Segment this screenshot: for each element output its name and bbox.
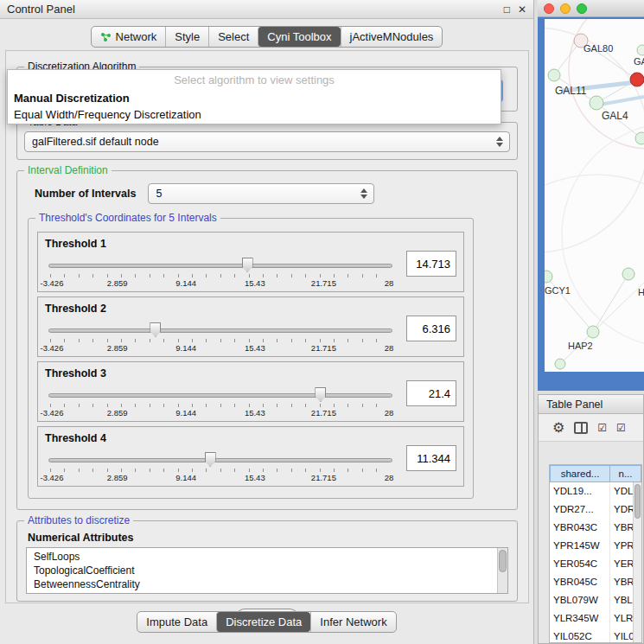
- table-scrollbar[interactable]: [633, 482, 641, 642]
- tab-cyni-toolbox[interactable]: Cyni Toolbox: [258, 27, 340, 47]
- slider-track[interactable]: [48, 458, 392, 462]
- tab-jactivemodules[interactable]: jActiveMNodules: [341, 27, 443, 47]
- table-row[interactable]: YDL19...YDL1...: [550, 482, 641, 501]
- column-header-shared-name[interactable]: shared...: [550, 465, 610, 482]
- threshold-value-field[interactable]: 6.316: [406, 316, 456, 341]
- tab-infer-network[interactable]: Infer Network: [310, 612, 395, 632]
- threshold-value-field[interactable]: 14.713: [406, 251, 456, 277]
- tab-discretize-data[interactable]: Discretize Data: [216, 612, 310, 632]
- cell-shared-name[interactable]: YPR145W: [550, 537, 610, 555]
- table-row[interactable]: YDR27...YDR2...: [550, 501, 641, 519]
- attributes-group: Attributes to discretize Numerical Attri…: [16, 520, 518, 602]
- slider-track[interactable]: [48, 393, 392, 398]
- mac-zoom-button[interactable]: [577, 3, 587, 14]
- node-gal11[interactable]: [548, 69, 560, 81]
- table-row[interactable]: YBR043CYBR0...: [550, 519, 641, 537]
- tab-select[interactable]: Select: [208, 27, 258, 47]
- cell-shared-name[interactable]: YDR27...: [550, 501, 610, 519]
- node-hap2[interactable]: [587, 326, 599, 338]
- table-data-select[interactable]: galFiltered.sif default node: [24, 131, 510, 152]
- slider-thumb[interactable]: [315, 387, 326, 402]
- table-row[interactable]: YLR345WYLR3...: [550, 609, 641, 628]
- node[interactable]: [637, 45, 644, 55]
- node[interactable]: [555, 359, 565, 369]
- cell-shared-name[interactable]: YER054C: [550, 555, 610, 573]
- cell-shared-name[interactable]: YBR043C: [550, 519, 610, 537]
- node-gcy1[interactable]: [545, 271, 552, 283]
- cell-shared-name[interactable]: YIL052C: [550, 628, 610, 643]
- network-window-titlebar[interactable]: [538, 0, 644, 17]
- node-label-clipped: H: [638, 287, 644, 297]
- network-canvas[interactable]: GAL80 GA GAL11 GAL4 GCY1 H HAP2: [545, 19, 644, 372]
- tab-style[interactable]: Style: [165, 27, 208, 47]
- table-row[interactable]: YIL052CYIL0...: [550, 628, 641, 643]
- table-scrollbar-thumb[interactable]: [634, 484, 641, 519]
- table-panel-titlebar[interactable]: Table Panel: [539, 395, 643, 414]
- scale-label: 9.144: [175, 473, 196, 482]
- slider-track[interactable]: [48, 264, 392, 268]
- interval-definition-group: Interval Definition Number of Intervals …: [16, 170, 518, 510]
- algorithm-option-equal-width[interactable]: Equal Width/Frequency Discretization: [8, 107, 501, 124]
- scale-label: 28: [385, 343, 394, 353]
- combo-arrows-icon: [496, 137, 503, 147]
- checkbox-icon[interactable]: ☑: [616, 422, 626, 434]
- list-scrollbar-thumb[interactable]: [499, 550, 507, 572]
- table-panel-window: Table Panel ⚙ ☑ ☑ shared... n... YDL19..…: [538, 394, 644, 644]
- cell-shared-name[interactable]: YDL19...: [550, 482, 610, 501]
- interval-definition-group-title: Interval Definition: [24, 164, 112, 176]
- list-item[interactable]: BetweennessCentrality: [34, 577, 494, 591]
- table-row[interactable]: YBR045CYBR0...: [550, 573, 641, 591]
- threshold-slider[interactable]: -3.426 2.859 9.144 15.43 21.715 28: [48, 385, 392, 419]
- tab-cyni-toolbox-label: Cyni Toolbox: [267, 30, 331, 43]
- list-item[interactable]: SelfLoops: [34, 550, 494, 564]
- slider-ticks: [50, 339, 391, 342]
- cell-shared-name[interactable]: YBL079W: [550, 591, 610, 609]
- tab-discretize-data-label: Discretize Data: [226, 615, 302, 628]
- mac-minimize-button[interactable]: [560, 3, 571, 14]
- cell-shared-name[interactable]: YBR045C: [550, 573, 610, 591]
- list-item[interactable]: TopologicalCoefficient: [34, 564, 494, 577]
- node-label-gcy1: GCY1: [545, 285, 571, 296]
- scale-label: 21.715: [311, 473, 336, 482]
- node-gal4[interactable]: [590, 96, 603, 110]
- table-row[interactable]: YER054CYER0...: [550, 555, 641, 573]
- node[interactable]: [635, 132, 644, 144]
- list-scrollbar[interactable]: [497, 548, 507, 593]
- slider-thumb[interactable]: [205, 452, 216, 467]
- threshold-slider[interactable]: -3.426 2.859 9.144 15.43 21.715 28: [48, 450, 392, 484]
- checkbox-icon[interactable]: ☑: [597, 422, 607, 434]
- table-panel-title: Table Panel: [546, 399, 603, 411]
- numerical-attributes-list[interactable]: SelfLoops TopologicalCoefficient Between…: [26, 547, 508, 594]
- number-of-intervals-select[interactable]: 5: [148, 183, 374, 204]
- tab-network[interactable]: Network: [92, 27, 166, 47]
- close-panel-icon[interactable]: ✕: [518, 4, 526, 15]
- threshold-value-field[interactable]: 21.4: [406, 380, 456, 406]
- scale-label: 9.144: [175, 343, 196, 353]
- column-header-name[interactable]: n...: [610, 465, 641, 482]
- network-window-frame: GAL80 GA GAL11 GAL4 GCY1 H HAP2: [538, 17, 644, 391]
- node-selected-red[interactable]: [630, 73, 644, 86]
- threshold-slider[interactable]: -3.426 2.859 9.144 15.43 21.715 28: [48, 255, 392, 290]
- threshold-value-field[interactable]: 11.344: [406, 445, 456, 471]
- node-label-gal11: GAL11: [555, 85, 586, 97]
- slider-thumb[interactable]: [150, 322, 161, 337]
- scale-label: 9.144: [175, 278, 196, 288]
- network-icon: [100, 32, 112, 42]
- slider-thumb[interactable]: [242, 258, 253, 272]
- threshold-slider[interactable]: -3.426 2.859 9.144 15.43 21.715 28: [48, 320, 392, 354]
- float-panel-icon[interactable]: □: [504, 4, 510, 15]
- table-row[interactable]: YPR145WYPR1...: [550, 537, 641, 555]
- cell-shared-name[interactable]: YLR345W: [550, 609, 610, 628]
- algorithm-dropdown-popup: Select algorithm to view settings Manual…: [7, 69, 501, 124]
- table-data-group: Table Data galFiltered.sif default node: [16, 122, 518, 160]
- number-of-intervals-value: 5: [156, 188, 162, 200]
- algorithm-option-manual[interactable]: Manual Discretization: [8, 91, 501, 107]
- gear-icon[interactable]: ⚙: [552, 419, 564, 436]
- mac-close-button[interactable]: [544, 3, 554, 14]
- node[interactable]: [622, 268, 634, 280]
- slider-track[interactable]: [48, 328, 392, 333]
- tab-impute-data[interactable]: Impute Data: [137, 612, 216, 632]
- control-panel-titlebar[interactable]: Control Panel □ ✕: [0, 0, 533, 19]
- columns-icon[interactable]: [574, 422, 588, 434]
- table-row[interactable]: YBL079WYBL0...: [550, 591, 641, 609]
